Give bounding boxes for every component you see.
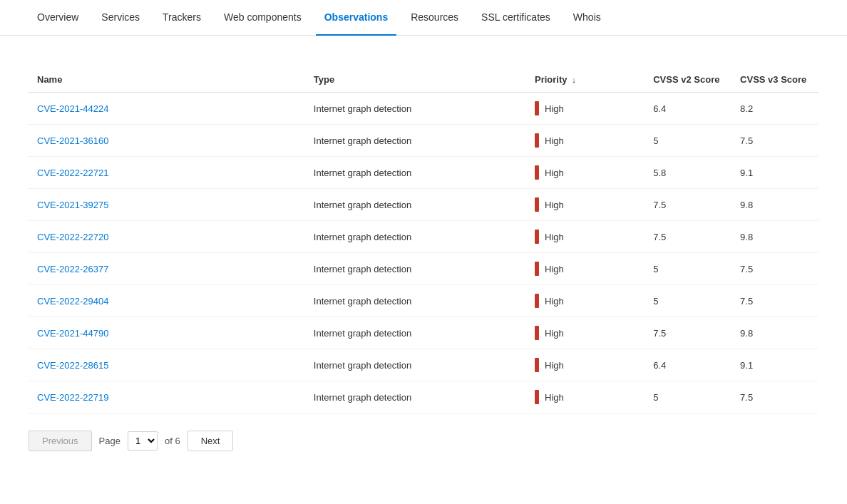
cell-priority: High	[526, 317, 645, 349]
nav-item-web-components[interactable]: Web components	[215, 0, 310, 36]
cell-type: Internet graph detection	[305, 93, 526, 125]
table-row: CVE-2022-22720Internet graph detectionHi…	[29, 221, 818, 253]
cell-priority: High	[526, 125, 645, 157]
priority-bar-icon	[535, 262, 539, 276]
priority-bar-icon	[535, 197, 539, 212]
table-row: CVE-2022-28615Internet graph detectionHi…	[29, 349, 818, 381]
priority-label: High	[545, 168, 564, 178]
table-header: Name Type Priority ↓ CVSS v2 Score CVSS …	[29, 67, 818, 93]
nav-item-overview[interactable]: Overview	[29, 0, 87, 36]
priority-label: High	[545, 360, 564, 371]
table-row: CVE-2022-22721Internet graph detectionHi…	[29, 157, 818, 189]
sort-arrow-icon: ↓	[572, 76, 576, 84]
table-row: CVE-2021-39275Internet graph detectionHi…	[29, 189, 818, 221]
cell-priority: High	[526, 157, 645, 189]
priority-bar-icon	[535, 230, 539, 244]
nav-item-trackers[interactable]: Trackers	[154, 0, 210, 36]
cell-cvss2: 7.5	[645, 189, 732, 221]
cell-cve-name[interactable]: CVE-2022-22719	[29, 381, 305, 413]
cve-link[interactable]: CVE-2021-39275	[37, 200, 108, 210]
cell-priority: High	[526, 381, 645, 413]
table-body: CVE-2021-44224Internet graph detectionHi…	[29, 93, 818, 413]
priority-bar-icon	[535, 390, 539, 404]
table-row: CVE-2022-22719Internet graph detectionHi…	[29, 381, 818, 413]
cell-cve-name[interactable]: CVE-2022-29404	[29, 285, 305, 317]
priority-bar-icon	[535, 326, 539, 340]
page-label: Page	[99, 436, 120, 446]
cve-link[interactable]: CVE-2022-22721	[37, 168, 108, 178]
cell-cve-name[interactable]: CVE-2022-28615	[29, 349, 305, 381]
cell-cvss2: 6.4	[645, 349, 732, 381]
cell-priority: High	[526, 285, 645, 317]
cve-link[interactable]: CVE-2022-28615	[37, 360, 108, 371]
nav-item-observations[interactable]: Observations	[316, 0, 396, 36]
priority-bar-icon	[535, 133, 539, 148]
cve-link[interactable]: CVE-2022-22719	[37, 392, 108, 403]
cell-cvss3: 8.2	[732, 93, 818, 125]
cell-cvss2: 5	[645, 381, 732, 413]
cve-link[interactable]: CVE-2021-36160	[37, 135, 108, 146]
col-type-header: Type	[305, 67, 526, 93]
cve-link[interactable]: CVE-2021-44790	[37, 328, 108, 339]
table-row: CVE-2022-29404Internet graph detectionHi…	[29, 285, 818, 317]
nav-item-resources[interactable]: Resources	[402, 0, 467, 36]
cve-link[interactable]: CVE-2021-44224	[37, 103, 108, 114]
cell-cvss3: 7.5	[732, 381, 818, 413]
cell-cvss3: 9.8	[732, 189, 818, 221]
cell-type: Internet graph detection	[305, 349, 526, 381]
nav-item-services[interactable]: Services	[93, 0, 148, 36]
cell-cvss2: 5	[645, 285, 732, 317]
nav-item-ssl-certificates[interactable]: SSL certificates	[473, 0, 559, 36]
page-select[interactable]: 123456	[128, 431, 158, 451]
priority-label: High	[545, 296, 564, 307]
cell-cve-name[interactable]: CVE-2021-36160	[29, 125, 305, 157]
priority-bar-icon	[535, 165, 539, 180]
table-row: CVE-2021-44224Internet graph detectionHi…	[29, 93, 818, 125]
next-button[interactable]: Next	[188, 431, 234, 451]
cve-link[interactable]: CVE-2022-29404	[37, 296, 108, 307]
cell-cve-name[interactable]: CVE-2022-22720	[29, 221, 305, 253]
cell-cvss3: 7.5	[732, 285, 818, 317]
col-name-header: Name	[29, 67, 305, 93]
priority-label: High	[545, 264, 564, 274]
col-priority-header[interactable]: Priority ↓	[526, 67, 645, 93]
cell-cve-name[interactable]: CVE-2021-39275	[29, 189, 305, 221]
table-row: CVE-2021-44790Internet graph detectionHi…	[29, 317, 818, 349]
pagination-bar: Previous Page 123456 of 6 Next	[29, 431, 818, 451]
previous-button[interactable]: Previous	[29, 431, 92, 451]
cell-cvss2: 7.5	[645, 221, 732, 253]
table-row: CVE-2022-26377Internet graph detectionHi…	[29, 253, 818, 285]
header-row: Name Type Priority ↓ CVSS v2 Score CVSS …	[29, 67, 818, 93]
cell-priority: High	[526, 253, 645, 285]
cell-cvss3: 9.1	[732, 349, 818, 381]
cell-type: Internet graph detection	[305, 125, 526, 157]
cell-cve-name[interactable]: CVE-2021-44224	[29, 93, 305, 125]
priority-label: High	[545, 232, 564, 242]
priority-bar-icon	[535, 101, 539, 115]
table-row: CVE-2021-36160Internet graph detectionHi…	[29, 125, 818, 157]
of-pages-label: of 6	[165, 436, 180, 446]
navigation-bar: OverviewServicesTrackersWeb componentsOb…	[0, 0, 847, 36]
nav-item-whois[interactable]: Whois	[565, 0, 610, 36]
cell-type: Internet graph detection	[305, 253, 526, 285]
priority-bar-icon	[535, 294, 539, 308]
cell-type: Internet graph detection	[305, 285, 526, 317]
col-cvss3-header: CVSS v3 Score	[732, 67, 818, 93]
priority-label: High	[545, 392, 564, 403]
cell-type: Internet graph detection	[305, 189, 526, 221]
cell-cvss3: 9.8	[732, 221, 818, 253]
cve-link[interactable]: CVE-2022-22720	[37, 232, 108, 242]
cell-cvss3: 9.1	[732, 157, 818, 189]
observations-table: Name Type Priority ↓ CVSS v2 Score CVSS …	[29, 67, 818, 413]
cve-link[interactable]: CVE-2022-26377	[37, 264, 108, 274]
cell-cvss2: 7.5	[645, 317, 732, 349]
priority-bar-icon	[535, 358, 539, 372]
cell-cvss2: 6.4	[645, 93, 732, 125]
cell-cve-name[interactable]: CVE-2022-22721	[29, 157, 305, 189]
cell-type: Internet graph detection	[305, 381, 526, 413]
cell-cve-name[interactable]: CVE-2022-26377	[29, 253, 305, 285]
cell-cve-name[interactable]: CVE-2021-44790	[29, 317, 305, 349]
cell-cvss3: 9.8	[732, 317, 818, 349]
priority-label: High	[545, 103, 564, 114]
priority-label: High	[545, 328, 564, 339]
